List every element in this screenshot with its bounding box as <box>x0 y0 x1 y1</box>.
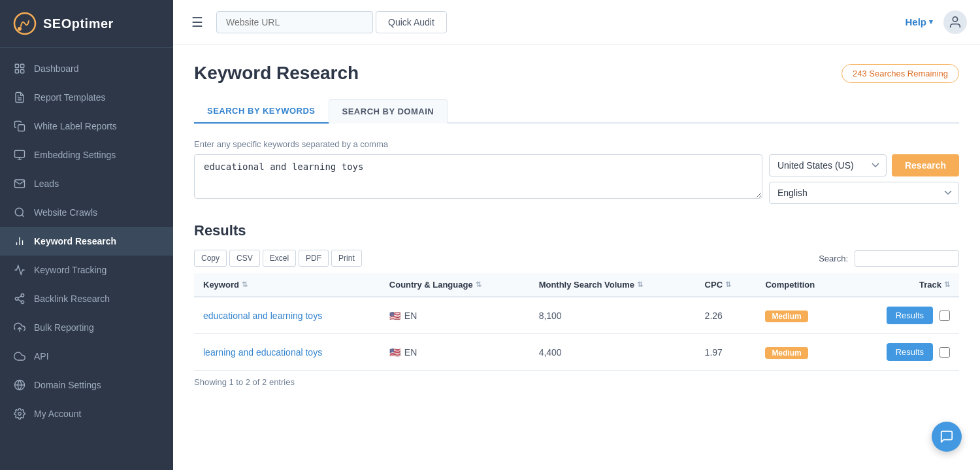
avatar[interactable] <box>943 10 967 34</box>
sidebar-item-embedding[interactable]: Embedding Settings <box>0 141 173 169</box>
track-checkbox[interactable] <box>939 311 950 321</box>
print-button[interactable]: Print <box>331 250 362 267</box>
sidebar-item-label: Leads <box>34 178 59 189</box>
url-input[interactable] <box>216 11 373 33</box>
header: ☰ Quick Audit Help ▾ <box>173 0 980 44</box>
sidebar-item-label: API <box>34 351 49 361</box>
file-text-icon <box>13 91 26 104</box>
globe-icon <box>13 378 26 392</box>
tab-by-domain[interactable]: SEARCH BY DOMAIN <box>329 99 448 124</box>
activity-icon <box>13 263 26 277</box>
table-toolbar: Copy CSV Excel PDF Print Search: <box>194 250 959 267</box>
searches-remaining-badge: 243 Searches Remaining <box>841 64 959 83</box>
sidebar: SEOptimer Dashboard Report Templates Whi… <box>0 0 173 470</box>
research-button[interactable]: Research <box>892 154 959 176</box>
country-language-cell: 🇺🇸 EN <box>380 297 530 334</box>
sidebar-item-label: Website Crawls <box>34 207 97 218</box>
excel-button[interactable]: Excel <box>263 250 296 267</box>
sidebar-item-leads[interactable]: Leads <box>0 169 173 198</box>
pdf-button[interactable]: PDF <box>299 250 329 267</box>
keyword-link[interactable]: learning and educational toys <box>203 347 322 358</box>
table-row: learning and educational toys 🇺🇸 EN 4,40… <box>194 334 959 371</box>
settings-icon <box>13 407 26 420</box>
svg-point-25 <box>18 412 22 416</box>
col-header-country-language: Country & Language⇅ <box>380 273 530 297</box>
col-header-keyword: Keyword⇅ <box>194 273 380 297</box>
monthly-volume-cell: 4,400 <box>530 334 696 371</box>
upload-icon <box>13 321 26 334</box>
share-icon <box>13 292 26 305</box>
help-button[interactable]: Help ▾ <box>905 16 933 27</box>
sidebar-item-label: White Label Reports <box>34 121 117 131</box>
sidebar-item-api[interactable]: API <box>0 342 173 371</box>
sidebar-item-backlink-research[interactable]: Backlink Research <box>0 284 173 313</box>
search-controls: United States (US) United Kingdom (UK) A… <box>769 154 959 204</box>
tab-by-keywords[interactable]: SEARCH BY KEYWORDS <box>194 99 329 124</box>
svg-point-17 <box>21 294 24 297</box>
table-search-label: Search: <box>819 254 848 263</box>
sidebar-item-my-account[interactable]: My Account <box>0 399 173 428</box>
svg-rect-3 <box>21 64 24 67</box>
sidebar-item-bulk-reporting[interactable]: Bulk Reporting <box>0 313 173 342</box>
hamburger-button[interactable]: ☰ <box>186 12 208 33</box>
cpc-cell: 2.26 <box>696 297 757 334</box>
cpc-cell: 1.97 <box>696 334 757 371</box>
sort-icon: ⇅ <box>944 280 950 289</box>
svg-point-12 <box>15 208 23 216</box>
chat-bubble[interactable] <box>932 422 962 452</box>
keyword-textarea[interactable]: educational and learning toys <box>194 154 762 199</box>
sidebar-item-domain-settings[interactable]: Domain Settings <box>0 371 173 399</box>
sidebar-item-label: Dashboard <box>34 63 79 74</box>
results-button[interactable]: Results <box>887 343 933 361</box>
monthly-volume-cell: 8,100 <box>530 297 696 334</box>
quick-audit-button[interactable]: Quick Audit <box>376 11 447 33</box>
svg-point-1 <box>18 27 22 31</box>
col-header-monthly-volume: Monthly Search Volume⇅ <box>530 273 696 297</box>
keyword-cell: educational and learning toys <box>194 297 380 334</box>
svg-point-26 <box>953 16 957 21</box>
svg-line-20 <box>18 299 21 301</box>
table-footer: Showing 1 to 2 of 2 entries <box>194 371 959 394</box>
chevron-down-icon: ▾ <box>929 18 933 26</box>
keyword-link[interactable]: educational and learning toys <box>203 311 322 321</box>
table-search-input[interactable] <box>855 250 959 267</box>
sidebar-item-label: Bulk Reporting <box>34 322 94 333</box>
competition-badge: Medium <box>765 347 808 359</box>
country-select[interactable]: United States (US) United Kingdom (UK) A… <box>769 154 887 176</box>
sidebar-item-keyword-research[interactable]: Keyword Research <box>0 227 173 256</box>
bar-chart-icon <box>13 235 26 248</box>
csv-button[interactable]: CSV <box>229 250 260 267</box>
search-tabs: SEARCH BY KEYWORDS SEARCH BY DOMAIN <box>194 99 959 124</box>
sidebar-item-label: Embedding Settings <box>34 150 116 160</box>
sidebar-item-white-label[interactable]: White Label Reports <box>0 112 173 141</box>
track-cell: Results <box>848 334 959 371</box>
copy-button[interactable]: Copy <box>194 250 227 267</box>
track-cell: Results <box>848 297 959 334</box>
country-language-cell: 🇺🇸 EN <box>380 334 530 371</box>
sort-icon: ⇅ <box>476 280 482 289</box>
language-select[interactable]: English Spanish French <box>769 182 959 204</box>
svg-line-21 <box>18 296 21 298</box>
results-title: Results <box>194 222 959 239</box>
copy-icon <box>13 120 26 133</box>
language-code: EN <box>404 311 417 321</box>
sidebar-item-report-templates[interactable]: Report Templates <box>0 83 173 112</box>
seoptimer-logo-icon <box>13 12 37 35</box>
help-label: Help <box>905 16 926 27</box>
sidebar-item-label: Keyword Research <box>34 236 116 246</box>
sidebar-item-dashboard[interactable]: Dashboard <box>0 54 173 83</box>
sidebar-item-website-crawls[interactable]: Website Crawls <box>0 198 173 227</box>
track-checkbox[interactable] <box>939 347 950 358</box>
col-header-competition: Competition <box>756 273 848 297</box>
svg-rect-2 <box>15 64 18 67</box>
main-wrapper: ☰ Quick Audit Help ▾ Keyword Research 24… <box>173 0 980 470</box>
page-content: Keyword Research 243 Searches Remaining … <box>173 44 980 470</box>
sidebar-item-label: Domain Settings <box>34 380 101 390</box>
keyword-cell: learning and educational toys <box>194 334 380 371</box>
competition-cell: Medium <box>756 297 848 334</box>
competition-badge: Medium <box>765 311 808 322</box>
svg-line-13 <box>22 214 24 216</box>
results-button[interactable]: Results <box>887 307 933 324</box>
sidebar-item-keyword-tracking[interactable]: Keyword Tracking <box>0 256 173 284</box>
search-instruction: Enter any specific keywords separated by… <box>194 139 959 149</box>
